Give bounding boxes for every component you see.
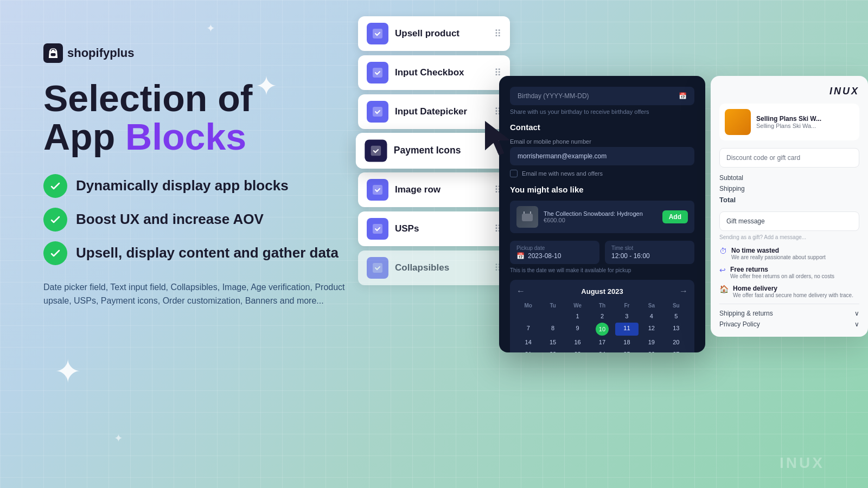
block-label-image: Image row	[395, 184, 488, 195]
gift-message-field[interactable]: Gift message	[719, 211, 859, 231]
calendar-day[interactable]: 22	[541, 349, 564, 352]
sparkle-icon-tiny: ✦	[114, 432, 123, 445]
block-label-upsell: Upsell product	[395, 28, 488, 39]
calendar-icon: 📅	[679, 92, 687, 100]
upsell-title: You might also like	[510, 185, 694, 194]
subtotal-label: Subtotal	[719, 174, 743, 182]
calendar-day[interactable]: 21	[516, 349, 540, 352]
pickup-date-field[interactable]: Pickup date 📅 2023-08-10	[510, 241, 599, 264]
no-time-desc: We are really passionate about support	[731, 254, 859, 260]
privacy-row[interactable]: Privacy Policy ∨	[719, 320, 859, 328]
block-label-usps: USPs	[395, 223, 488, 234]
contact-title: Contact	[510, 123, 694, 132]
product-name: The Collection Snowboard: Hydrogen	[544, 210, 657, 217]
no-time-content: No time wasted We are really passionate …	[731, 247, 859, 260]
clock-icon: ⏱	[719, 247, 727, 255]
order-summary: Subtotal Shipping Total	[719, 174, 859, 204]
feature-subtext: Date picker field, Text input field, Col…	[43, 280, 358, 308]
calendar-day[interactable]: 10	[596, 323, 609, 336]
email-value[interactable]: morrishermann@example.com	[510, 147, 694, 165]
shipping-chevron-icon: ∨	[854, 310, 859, 317]
block-icon-image	[367, 179, 388, 201]
drag-dots-checkbox: ⠿	[494, 67, 501, 79]
birthday-hint: Share with us your birthday to receive b…	[510, 108, 694, 115]
calendar-day[interactable]: 4	[640, 311, 663, 322]
block-collapsibles[interactable]: Collapsibles ⠿	[358, 251, 510, 285]
calendar-day[interactable]: 5	[665, 311, 688, 322]
divider	[719, 304, 859, 304]
hero-title: Selection of App Blocks	[43, 79, 380, 157]
calendar-day[interactable]: 3	[615, 311, 639, 322]
pickup-date-label: Pickup date	[516, 245, 593, 251]
email-checkbox-row: Email me with news and offers	[510, 170, 694, 177]
calendar-day[interactable]: 12	[640, 323, 663, 336]
total-row: Total	[719, 196, 859, 204]
feature-text-3: Upsell, display content and gather data	[76, 245, 339, 261]
svg-rect-4	[373, 107, 382, 117]
calendar-next-button[interactable]: →	[679, 286, 688, 296]
calendar-day[interactable]: 20	[665, 337, 688, 348]
sparkle-icon-small: ✦	[206, 22, 215, 35]
discount-field[interactable]: Discount code or gift card	[719, 148, 859, 168]
calendar-day-header: Fr	[615, 301, 639, 310]
svg-rect-1	[51, 53, 56, 56]
block-label-checkbox: Input Checkbox	[395, 67, 488, 78]
shopify-bag-icon	[43, 43, 63, 63]
calendar-day[interactable]: 9	[566, 323, 589, 336]
calendar-day[interactable]: 23	[566, 349, 589, 352]
calendar-prev-button[interactable]: ←	[516, 286, 525, 296]
feature-text-1: Dynamically display app blocks	[76, 177, 289, 194]
calendar-day[interactable]: 26	[640, 349, 663, 352]
product-price: €600.00	[544, 217, 657, 223]
svg-rect-7	[373, 224, 382, 234]
block-icon-upsell	[367, 23, 388, 44]
svg-rect-10	[522, 214, 533, 221]
birthday-field[interactable]: Birthday (YYYY-MM-DD) 📅	[510, 87, 694, 105]
calendar-day[interactable]: 24	[590, 349, 614, 352]
block-icon-datepicker	[367, 101, 388, 123]
calendar-day[interactable]: 25	[615, 349, 639, 352]
timeslot-field[interactable]: Time slot 12:00 - 16:00	[605, 241, 694, 264]
calendar-day[interactable]: 7	[516, 323, 540, 336]
block-icon-collapsibles	[367, 257, 388, 279]
block-usps[interactable]: USPs ⠿	[358, 211, 510, 246]
calendar-day-header: Su	[665, 301, 688, 310]
svg-marker-9	[486, 122, 509, 155]
feature-item-3: Upsell, display content and gather data	[43, 241, 380, 265]
calendar-day[interactable]: 18	[615, 337, 639, 348]
block-image-row[interactable]: Image row ⠿	[358, 172, 510, 207]
calendar-grid: MoTuWeThFrSaSu12345789101112131415161718…	[516, 301, 688, 352]
calendar-day[interactable]: 19	[640, 337, 663, 348]
product-preview: Selling Plans Ski W... Selling Plans Ski…	[719, 104, 859, 140]
calendar-day[interactable]: 14	[516, 337, 540, 348]
product-title-side: Selling Plans Ski W...	[756, 115, 854, 123]
calendar-day[interactable]: 1	[566, 311, 589, 322]
watermark-inux: INUX	[780, 454, 825, 472]
calendar-day[interactable]: 11	[615, 323, 639, 336]
free-returns-desc: We offer free returns on all orders, no …	[730, 273, 859, 279]
block-label-collapsibles: Collapsibles	[395, 262, 488, 273]
check-icon-2	[43, 208, 67, 232]
email-field-container: Email or mobile phone number morrisherma…	[510, 138, 694, 165]
shipping-label: Shipping	[719, 185, 745, 192]
delivery-icon: 🏠	[719, 285, 729, 293]
add-product-button[interactable]: Add	[662, 210, 688, 223]
features-list: Dynamically display app blocks Boost UX …	[43, 174, 380, 265]
calendar-day[interactable]: 27	[665, 349, 688, 352]
calendar-day[interactable]: 15	[541, 337, 564, 348]
upsell-product: The Collection Snowboard: Hydrogen €600.…	[510, 201, 694, 233]
calendar-day[interactable]: 8	[541, 323, 564, 336]
feature-text-2: Boost UX and increase AOV	[76, 211, 264, 228]
shipping-returns-row[interactable]: Shipping & returns ∨	[719, 310, 859, 317]
no-time-title: No time wasted	[731, 247, 859, 254]
email-checkbox-label: Email me with news and offers	[522, 170, 603, 177]
calendar-day[interactable]: 17	[590, 337, 614, 348]
calendar-day[interactable]: 13	[665, 323, 688, 336]
calendar-day-header: Mo	[516, 301, 540, 310]
email-checkbox[interactable]	[510, 170, 518, 177]
calendar-day[interactable]: 2	[590, 311, 614, 322]
calendar-day[interactable]: 16	[566, 337, 589, 348]
block-upsell-product[interactable]: Upsell product ⠿	[358, 16, 510, 51]
block-input-checkbox[interactable]: Input Checkbox ⠿	[358, 55, 510, 90]
sparkle-icon-large: ✦	[54, 352, 81, 390]
